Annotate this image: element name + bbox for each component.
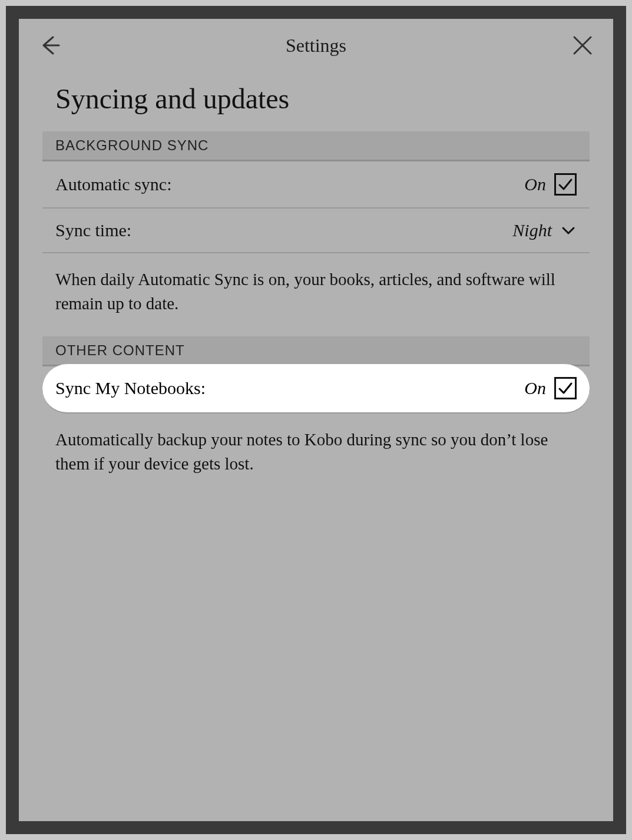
automatic-sync-checkbox[interactable] [554,173,577,196]
automatic-sync-value: On [524,174,546,194]
sync-notebooks-value: On [524,378,546,398]
automatic-sync-value-group: On [524,173,577,196]
top-bar: Settings [19,19,613,72]
row-sync-time[interactable]: Sync time: Night [42,209,590,253]
arrow-left-icon [38,34,61,57]
back-button[interactable] [35,31,64,59]
section-header-other-content: OTHER CONTENT [42,336,590,366]
close-button[interactable] [568,31,597,59]
background-sync-description: When daily Automatic Sync is on, your bo… [19,253,613,336]
sync-time-label: Sync time: [55,220,131,240]
sync-notebooks-checkbox[interactable] [554,377,577,399]
check-icon [557,176,574,193]
sync-notebooks-value-group: On [524,377,577,399]
page-title: Syncing and updates [19,72,613,131]
chevron-down-icon [560,222,577,239]
section-header-background-sync: BACKGROUND SYNC [42,131,590,161]
row-sync-notebooks[interactable]: Sync My Notebooks: On [42,364,590,414]
header-title: Settings [286,35,346,57]
sync-time-value: Night [512,220,552,240]
other-content-description: Automatically backup your notes to Kobo … [19,414,613,497]
automatic-sync-label: Automatic sync: [55,174,171,194]
sync-time-value-group: Night [512,220,577,240]
check-icon [557,380,574,396]
row-automatic-sync[interactable]: Automatic sync: On [42,161,590,209]
close-icon [572,35,593,56]
sync-notebooks-label: Sync My Notebooks: [55,378,206,398]
